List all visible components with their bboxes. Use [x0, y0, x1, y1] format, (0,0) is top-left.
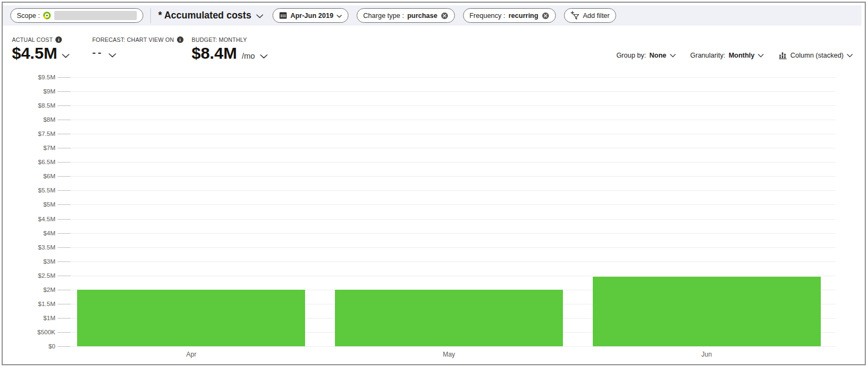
date-range-picker[interactable]: Apr-Jun 2019	[273, 8, 349, 23]
budget-value: $8.4M	[192, 45, 237, 62]
granularity-value: Monthly	[728, 52, 755, 59]
kpi-forecast: FORECAST: CHART VIEW ON --	[92, 36, 192, 61]
scope-label: Scope :	[17, 12, 40, 20]
y-axis-label: $1.5M	[38, 301, 55, 307]
x-axis: AprMayJun	[62, 351, 835, 358]
x-axis-label: Jun	[578, 351, 835, 358]
view-title-dropdown[interactable]: * Accumulated costs	[158, 10, 263, 21]
filter-value: recurring	[509, 12, 538, 20]
y-axis: $9.5M$9M$8.5M$8M$7.5M$7M$6.5M$6M$5.5M$5M…	[3, 77, 55, 346]
actual-cost-dropdown[interactable]: $4.5M	[12, 45, 92, 62]
y-axis-label: $1M	[43, 315, 55, 321]
gridline	[62, 346, 835, 347]
chevron-down-icon	[256, 10, 263, 21]
close-icon[interactable]	[441, 12, 448, 20]
group-by-dropdown[interactable]: Group by: None	[616, 52, 675, 59]
chart-bar-jun[interactable]	[593, 277, 821, 346]
y-axis-label: $6.5M	[38, 159, 55, 165]
toolbar: Scope : * Accumulated costs	[3, 5, 861, 26]
y-axis-label: $4M	[43, 230, 55, 236]
add-filter-button[interactable]: Add filter	[564, 8, 616, 23]
accumulated-costs-chart: $9.5M$9M$8.5M$8M$7.5M$7M$6.5M$6M$5.5M$5M…	[3, 77, 862, 365]
x-axis-label: May	[320, 351, 578, 358]
y-axis-label: $2M	[43, 286, 55, 293]
filter-pill-frequency[interactable]: Frequency : recurring	[463, 8, 556, 23]
chevron-down-icon	[847, 52, 853, 59]
y-axis-label: $500K	[37, 329, 55, 335]
kpi-budget: BUDGET: MONTHLY $8.4M /mo	[192, 36, 268, 62]
subscription-icon	[43, 11, 51, 20]
bar-cell	[320, 77, 578, 346]
chevron-down-icon	[337, 12, 342, 20]
kpi-actual-cost: ACTUAL COST $4.5M	[12, 36, 92, 62]
budget-dropdown[interactable]: $8.4M /mo	[192, 45, 268, 62]
plot-area	[62, 77, 835, 346]
filter-label: Charge type :	[363, 12, 404, 20]
app-window: Scope : * Accumulated costs	[2, 2, 866, 365]
actual-cost-value: $4.5M	[12, 45, 57, 62]
y-axis-label: $0	[48, 343, 55, 350]
bar-cell	[62, 77, 320, 346]
axis-tick	[58, 346, 71, 347]
y-axis-label: $3.5M	[38, 244, 55, 251]
toolbar-divider	[150, 8, 151, 23]
y-axis-label: $9M	[43, 88, 55, 95]
filter-value: purchase	[407, 12, 438, 20]
group-by-value: None	[649, 52, 666, 59]
chevron-down-icon	[62, 51, 69, 60]
y-axis-label: $7.5M	[38, 130, 55, 137]
y-axis-label: $3M	[43, 258, 55, 265]
chevron-down-icon	[260, 51, 268, 61]
granularity-dropdown[interactable]: Granularity: Monthly	[690, 52, 764, 59]
y-axis-label: $4.5M	[38, 216, 55, 222]
calendar-icon	[279, 11, 287, 20]
y-axis-label: $2.5M	[38, 272, 55, 279]
chart-bar-may[interactable]	[335, 290, 563, 346]
close-icon[interactable]	[542, 12, 549, 20]
scope-selector[interactable]: Scope :	[10, 8, 143, 23]
kpi-budget-label: BUDGET: MONTHLY	[192, 36, 268, 43]
chart-type-value: Column (stacked)	[790, 52, 844, 59]
kpi-actual-cost-label: ACTUAL COST	[12, 36, 92, 43]
y-axis-label: $6M	[43, 173, 55, 179]
chart-type-dropdown[interactable]: Column (stacked)	[778, 51, 853, 59]
add-filter-icon	[571, 11, 580, 20]
x-axis-label: Apr	[62, 351, 320, 358]
date-range-label: Apr-Jun 2019	[290, 12, 333, 20]
bar-cell	[578, 77, 835, 346]
info-icon[interactable]	[55, 36, 62, 43]
y-axis-label: $9.5M	[38, 74, 55, 80]
budget-suffix: /mo	[242, 52, 255, 60]
kpi-row: ACTUAL COST $4.5M FORECAST: CHART VIEW O…	[12, 36, 853, 62]
scope-value-redacted	[54, 11, 137, 20]
group-by-label: Group by:	[616, 52, 646, 59]
bars	[62, 77, 835, 346]
y-axis-label: $8M	[43, 116, 55, 123]
granularity-label: Granularity:	[690, 52, 726, 59]
chart-controls: Group by: None Granularity: Monthly	[616, 51, 853, 59]
y-axis-label: $5M	[43, 201, 55, 208]
chart-bar-apr[interactable]	[77, 290, 305, 346]
forecast-dropdown[interactable]: --	[92, 45, 192, 61]
kpi-forecast-label: FORECAST: CHART VIEW ON	[92, 36, 192, 43]
column-chart-icon	[778, 51, 787, 59]
chevron-down-icon	[758, 52, 764, 59]
chevron-down-icon	[670, 52, 676, 59]
forecast-value: --	[92, 45, 104, 61]
y-axis-label: $8.5M	[38, 102, 55, 109]
info-icon[interactable]	[177, 36, 183, 43]
y-axis-label: $5.5M	[38, 187, 55, 194]
chevron-down-icon	[109, 50, 116, 60]
add-filter-label: Add filter	[583, 12, 610, 20]
filter-pill-charge-type[interactable]: Charge type : purchase	[357, 8, 455, 23]
filter-label: Frequency :	[470, 12, 505, 20]
y-axis-label: $7M	[43, 145, 55, 151]
view-title-label: * Accumulated costs	[158, 10, 251, 21]
